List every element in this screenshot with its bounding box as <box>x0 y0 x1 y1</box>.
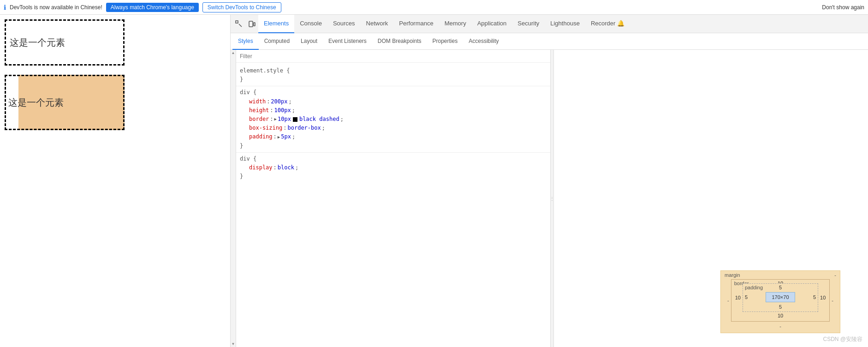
element-box-2-wrapper: 这是一个元素 <box>5 75 125 130</box>
filter-input[interactable] <box>240 53 547 60</box>
tab-dom-breakpoints[interactable]: DOM Breakpoints <box>372 33 427 50</box>
selector-div-1: div { <box>236 88 550 97</box>
css-prop-border: border : ▶ 10px black dashed ; <box>236 115 550 124</box>
svg-rect-1 <box>249 21 253 27</box>
tab-event-listeners[interactable]: Event Listeners <box>323 33 372 50</box>
border-sides-row: 10 padding 5 5 1 <box>735 283 826 312</box>
tab-console[interactable]: Console <box>294 15 327 33</box>
prop-name-box-sizing: box-sizing <box>249 124 282 132</box>
element-text-2: 这是一个元素 <box>8 96 64 109</box>
css-block-element-style: element.style { } <box>236 66 550 85</box>
box-model-section: margin - - border 10 10 <box>720 270 840 333</box>
main-layout: 这是一个元素 这是一个元素 Elements Console Sources N… <box>0 15 868 347</box>
tab-network[interactable]: Network <box>361 15 394 33</box>
devtools-panel: Elements Console Sources Network Perform… <box>231 15 868 347</box>
prop-val-padding[interactable]: 5px <box>281 132 291 141</box>
close-brace-2: } <box>236 142 550 150</box>
svg-rect-0 <box>236 21 238 23</box>
dont-show-link[interactable]: Don't show again <box>822 4 864 11</box>
css-block-div-1: div { width : 200px ; height : 100px <box>236 87 550 151</box>
padding-left-val: 5 <box>745 294 748 300</box>
tab-accessibility[interactable]: Accessibility <box>463 33 504 50</box>
margin-layer: margin - - border 10 10 <box>721 271 840 333</box>
prop-name-display: display <box>249 163 273 172</box>
devtools-right-panel: margin - - border 10 10 <box>554 50 868 347</box>
padding-right-val: 5 <box>813 294 816 300</box>
info-message: DevTools is now available in Chinese! <box>10 4 102 11</box>
styles-panel: element.style { } div { width : 200px ; <box>236 50 550 347</box>
margin-label: margin <box>725 272 740 278</box>
prop-val-width[interactable]: 200px <box>271 97 287 106</box>
border-triangle[interactable]: ▶ <box>274 116 277 122</box>
tab-application[interactable]: Application <box>472 15 512 33</box>
tab-layout[interactable]: Layout <box>295 33 323 50</box>
css-prop-display: display : block ; <box>236 163 550 172</box>
prop-name-padding: padding <box>249 132 273 141</box>
tab-lighthouse[interactable]: Lighthouse <box>545 15 585 33</box>
prop-val-border-size[interactable]: 10px <box>278 115 291 124</box>
device-icon[interactable] <box>245 18 258 30</box>
info-bar: ℹ DevTools is now available in Chinese! … <box>0 0 868 15</box>
watermark: CSDN @安陵容 <box>823 335 862 343</box>
border-bottom-val: 10 <box>735 313 826 318</box>
scroll-bar-left: ▲ ▼ <box>231 50 236 347</box>
padding-triangle[interactable]: ▶ <box>278 134 280 140</box>
devtools-sub-tabs: Styles Computed Layout Event Listeners D… <box>231 33 868 50</box>
padding-top-val: 5 <box>779 285 782 290</box>
devtools-top-tabs: Elements Console Sources Network Perform… <box>231 15 868 33</box>
prop-name-border: border <box>249 115 269 124</box>
selector-div-2: div { <box>236 155 550 163</box>
margin-dash: - <box>834 272 836 278</box>
always-match-button[interactable]: Always match Chrome's language <box>106 3 199 12</box>
styles-code: element.style { } div { width : 200px ; <box>236 63 550 347</box>
prop-val-display[interactable]: block <box>278 163 294 172</box>
prop-name-width: width <box>249 97 266 106</box>
scroll-up-arrow[interactable]: ▲ <box>231 50 236 56</box>
resize-handle[interactable]: ⋮ <box>550 50 554 347</box>
margin-right-val: - <box>830 279 833 322</box>
divider-1 <box>236 86 550 86</box>
tab-computed[interactable]: Computed <box>259 33 295 50</box>
prop-name-height: height <box>249 106 269 115</box>
tab-properties[interactable]: Properties <box>427 33 464 50</box>
divider-2 <box>236 152 550 153</box>
tab-elements[interactable]: Elements <box>258 15 294 33</box>
margin-bottom-val: - <box>727 323 833 329</box>
element-box-1: 这是一个元素 <box>5 19 125 66</box>
border-layer: border 10 10 padding 5 <box>731 279 830 322</box>
tab-memory[interactable]: Memory <box>439 15 472 33</box>
prop-val-border-rest[interactable]: black dashed <box>299 115 339 124</box>
css-block-div-2: div { display : block ; } <box>236 154 550 182</box>
border-color-swatch[interactable] <box>293 117 297 122</box>
inspect-icon[interactable] <box>232 18 245 30</box>
padding-bottom-val: 5 <box>745 304 816 310</box>
switch-devtools-button[interactable]: Switch DevTools to Chinese <box>202 2 281 12</box>
css-prop-height: height : 100px ; <box>236 106 550 115</box>
border-left-val: 10 <box>735 283 743 312</box>
content-box: 170×70 <box>766 292 795 302</box>
margin-left-val: - <box>727 279 731 322</box>
info-icon: ℹ <box>4 4 6 11</box>
scroll-down-arrow[interactable]: ▼ <box>231 341 236 347</box>
padding-label: padding <box>745 285 763 290</box>
prop-val-box-sizing[interactable]: border-box <box>287 124 321 132</box>
css-prop-box-sizing: box-sizing : border-box ; <box>236 124 550 132</box>
border-right-val: 10 <box>818 283 826 312</box>
tab-security[interactable]: Security <box>512 15 545 33</box>
tab-sources[interactable]: Sources <box>327 15 361 33</box>
webpage-panel: 这是一个元素 这是一个元素 <box>0 15 231 347</box>
filter-bar <box>236 50 550 63</box>
tab-performance[interactable]: Performance <box>393 15 439 33</box>
tab-recorder[interactable]: Recorder 🔔 <box>585 15 630 33</box>
svg-rect-2 <box>254 23 255 26</box>
prop-val-height[interactable]: 100px <box>274 106 291 115</box>
tab-styles[interactable]: Styles <box>232 33 259 50</box>
css-prop-padding: padding : ▶ 5px ; <box>236 132 550 141</box>
box-model-container: margin - - border 10 10 <box>720 270 840 333</box>
element-text-1: 这是一个元素 <box>10 36 65 49</box>
selector-element-style: element.style { <box>236 66 550 75</box>
padding-inner-row: 5 170×70 5 <box>745 292 816 302</box>
devtools-content: ▲ ▼ element.style { } <box>231 50 868 347</box>
close-brace-3: } <box>236 172 550 181</box>
css-prop-width: width : 200px ; <box>236 97 550 106</box>
